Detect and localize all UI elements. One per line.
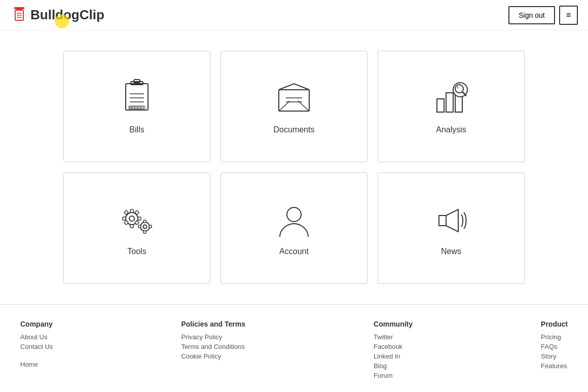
documents-card[interactable]: Documents [220, 51, 368, 162]
svg-rect-0 [14, 7, 24, 9]
footer-facebook[interactable]: Facebook [374, 343, 413, 350]
logo[interactable]: BulldogClip [10, 6, 104, 24]
header: BulldogClip Sign out ≡ [0, 0, 588, 30]
footer-contact-us[interactable]: Contact Us [20, 343, 53, 350]
documents-label: Documents [274, 125, 315, 134]
svg-rect-27 [446, 93, 453, 112]
logo-icon [10, 6, 28, 24]
bills-icon [117, 79, 157, 119]
footer-product-heading: Product [541, 320, 568, 328]
tools-icon [117, 200, 157, 241]
menu-button[interactable]: ≡ [559, 6, 578, 25]
svg-point-44 [143, 225, 147, 229]
svg-rect-42 [135, 221, 139, 225]
sign-out-button[interactable]: Sign out [508, 6, 555, 24]
analysis-icon [431, 79, 471, 119]
footer-community-heading: Community [374, 320, 413, 328]
svg-rect-37 [123, 217, 126, 220]
footer-policies-heading: Policies and Terms [181, 320, 245, 328]
svg-rect-23 [279, 90, 309, 111]
footer: Company About Us Contact Us Home Policie… [0, 304, 588, 392]
footer-faqs[interactable]: FAQs [541, 343, 568, 350]
svg-rect-45 [143, 220, 146, 223]
footer-features[interactable]: Features [541, 362, 568, 370]
footer-twitter[interactable]: Twitter [374, 333, 413, 341]
footer-linkedin[interactable]: Linked In [374, 352, 413, 360]
footer-terms[interactable]: Terms and Conditions [181, 343, 245, 350]
header-actions: Sign out ≡ [508, 6, 578, 25]
footer-privacy-policy[interactable]: Privacy Policy [181, 333, 245, 341]
svg-point-43 [140, 222, 150, 231]
footer-forum[interactable]: Forum [374, 372, 413, 379]
news-icon [431, 200, 471, 241]
svg-rect-26 [437, 99, 444, 112]
news-label: News [441, 247, 461, 256]
svg-rect-48 [149, 225, 152, 228]
footer-blog[interactable]: Blog [374, 362, 413, 370]
account-icon [274, 200, 314, 241]
footer-about-us[interactable]: About Us [20, 333, 53, 341]
footer-company-heading: Company [20, 320, 53, 328]
tools-card[interactable]: Tools [63, 172, 210, 284]
footer-home[interactable]: Home [20, 361, 53, 368]
svg-point-30 [455, 85, 463, 93]
bills-card[interactable]: Bills [63, 51, 210, 162]
bills-label: Bills [129, 125, 144, 134]
svg-point-49 [287, 207, 301, 222]
svg-point-34 [129, 216, 134, 221]
main-content: Bills Documents [0, 30, 588, 304]
footer-pricing[interactable]: Pricing [541, 333, 568, 341]
account-card[interactable]: Account [220, 172, 368, 284]
svg-rect-40 [124, 221, 128, 225]
footer-story[interactable]: Story [541, 352, 568, 360]
documents-icon [274, 79, 314, 119]
footer-community: Community Twitter Facebook Linked In Blo… [374, 320, 413, 381]
footer-product: Product Pricing FAQs Story Features [541, 320, 568, 381]
logo-text: BulldogClip [30, 7, 104, 23]
news-card[interactable]: News [378, 172, 525, 284]
navigation-grid: Bills Documents [63, 51, 525, 284]
footer-cookie-policy[interactable]: Cookie Policy [181, 352, 245, 360]
svg-rect-50 [439, 216, 446, 226]
analysis-card[interactable]: Analysis [378, 51, 525, 162]
svg-rect-47 [138, 225, 141, 228]
account-label: Account [279, 247, 309, 256]
svg-rect-35 [130, 209, 133, 212]
svg-rect-46 [143, 231, 146, 233]
svg-rect-38 [138, 217, 141, 220]
footer-company: Company About Us Contact Us Home [20, 320, 53, 381]
svg-rect-36 [130, 225, 133, 228]
analysis-label: Analysis [436, 125, 466, 134]
footer-columns: Company About Us Contact Us Home Policie… [20, 320, 568, 381]
footer-policies: Policies and Terms Privacy Policy Terms … [181, 320, 245, 381]
tools-label: Tools [127, 247, 146, 256]
